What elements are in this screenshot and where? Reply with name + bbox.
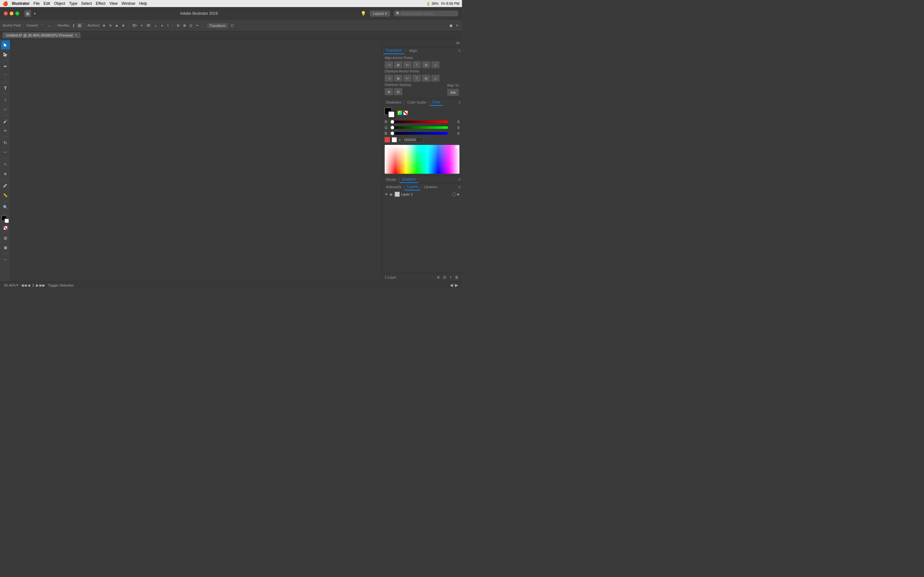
maximize-button[interactable] — [15, 11, 19, 15]
align-left-btn[interactable]: ⊣ — [384, 61, 393, 68]
tab-swatches[interactable]: Swatches — [383, 99, 404, 105]
distribute-extra-2[interactable]: ⊢ — [195, 23, 200, 28]
color-spectrum[interactable] — [384, 145, 459, 174]
direct-selection-tool[interactable] — [1, 50, 10, 59]
right-side-btn-2[interactable]: ≡ — [455, 23, 459, 28]
align-right-anchor[interactable]: ⌧ — [145, 23, 152, 28]
tab-transform[interactable]: Transform — [383, 47, 405, 54]
search-stock-input[interactable] — [394, 11, 458, 16]
panel-menu-btn-4[interactable]: ≡ — [458, 185, 461, 189]
align-bottom-anchor[interactable]: ⌇ — [166, 23, 170, 28]
align-top-btn[interactable]: ⊤ — [413, 61, 421, 68]
b-slider-thumb[interactable] — [391, 131, 394, 135]
layer-expand-icon[interactable]: ▶ — [390, 192, 393, 197]
white-quick-swatch[interactable] — [392, 137, 397, 142]
stroke-square[interactable] — [388, 111, 395, 118]
draw-mode-btn[interactable]: ▥ — [1, 234, 10, 242]
add-layer-btn[interactable]: + — [449, 274, 452, 280]
handles-btn-2[interactable]: ⊞ — [77, 23, 82, 28]
fill-stroke-indicator[interactable] — [384, 108, 395, 118]
dist-center-h-btn[interactable]: ⊞ — [394, 75, 402, 82]
next-page-btn[interactable]: ▶▶ — [39, 283, 45, 287]
layout-button[interactable]: Layout ▾ — [370, 11, 390, 17]
align-bottom-btn[interactable]: ⊥ — [431, 61, 439, 68]
convert-btn-2[interactable]: ⌓ — [47, 23, 52, 28]
zoom-dropdown[interactable]: ▾ — [16, 283, 18, 287]
pen-tool[interactable]: ✒ — [1, 62, 10, 71]
panel-menu-btn-1[interactable]: ≡ — [458, 48, 461, 53]
align-center-h-btn[interactable]: ⊞ — [394, 61, 402, 68]
gradient-swatch[interactable] — [397, 111, 402, 115]
transform-expand-btn[interactable]: ⬡ — [229, 23, 235, 29]
menu-help[interactable]: Help — [139, 1, 147, 6]
distribute-extra-1[interactable]: ⊡ — [188, 23, 194, 28]
app-name-menu[interactable]: Illustrator — [12, 1, 29, 6]
dist-right-btn[interactable]: ⊢ — [403, 75, 412, 82]
selection-tool[interactable] — [1, 40, 10, 49]
artboard-nav-btn[interactable]: ◀ — [450, 283, 453, 287]
align-top-anchor[interactable]: ⌅ — [153, 23, 158, 28]
minimize-button[interactable] — [10, 11, 13, 15]
panel-menu-btn-3[interactable]: ≡ — [458, 177, 461, 182]
dist-space-v-btn[interactable]: ⊟ — [394, 88, 402, 95]
fill-stroke-swatch[interactable] — [1, 215, 10, 224]
tab-close-icon[interactable]: ✕ — [75, 33, 78, 37]
none-swatch[interactable] — [403, 111, 408, 115]
align-to-btn[interactable]: ⊞⊞ — [447, 89, 459, 96]
align-center-h-anchor[interactable]: ≡ — [140, 23, 144, 28]
hex-input[interactable] — [403, 137, 423, 142]
panels-arrow[interactable]: ▾ — [32, 10, 37, 17]
align-right-btn[interactable]: ⊢ — [403, 61, 412, 68]
tab-align[interactable]: Align — [407, 47, 419, 54]
apple-menu[interactable]: 🍎 — [3, 1, 8, 6]
layer-visibility-icon[interactable]: 👁 — [384, 192, 388, 196]
shape-builder-tool[interactable]: ⊕ — [1, 169, 10, 178]
align-center-v-anchor[interactable]: ⌆ — [160, 23, 165, 28]
menu-file[interactable]: File — [33, 1, 39, 6]
prev-page-btn[interactable]: ◀◀ — [21, 283, 27, 287]
paintbrush-tool[interactable]: 🖌 — [1, 117, 10, 126]
anchors-btn-1[interactable]: ⊕ — [102, 23, 107, 28]
dist-left-btn[interactable]: ⊣ — [384, 75, 393, 82]
width-tool[interactable]: ⤡ — [1, 160, 10, 169]
prev-btn[interactable]: ◀ — [27, 283, 30, 287]
red-quick-swatch[interactable] — [384, 137, 390, 142]
next-btn[interactable]: ▶ — [36, 283, 39, 287]
tab-color-guide[interactable]: Color Guide — [405, 99, 429, 105]
r-slider-thumb[interactable] — [391, 120, 394, 124]
anchors-btn-4[interactable]: ⊗ — [121, 23, 126, 28]
artboard-tool[interactable]: ▦ — [1, 243, 10, 252]
delete-layer-btn[interactable]: 🗑 — [454, 274, 459, 280]
convert-btn-1[interactable]: ⌒ — [40, 23, 45, 29]
tab-layers[interactable]: Layers — [405, 183, 420, 190]
warp-tool[interactable]: 〰 — [1, 148, 10, 157]
more-tools-btn[interactable]: ··· — [1, 255, 10, 264]
menu-window[interactable]: Window — [121, 1, 136, 6]
lightbulb-icon[interactable]: 💡 — [360, 11, 366, 16]
anchors-btn-2[interactable]: ⊖ — [108, 23, 113, 28]
rotate-tool[interactable]: ↻ — [1, 138, 10, 147]
collapse-panel-btn[interactable]: ≫ — [455, 40, 461, 46]
document-tab[interactable]: Untitled-6* @ 26.46% (RGB/GPU Preview) ✕ — [3, 32, 81, 38]
measure-tool[interactable]: 📏 — [1, 191, 10, 200]
dist-space-h-btn[interactable]: ⊞ — [384, 88, 393, 95]
eyedropper-tool[interactable]: 💉 — [1, 181, 10, 190]
zoom-tool[interactable]: 🔍 — [1, 203, 10, 211]
create-sublayer-btn[interactable]: ⊕ — [436, 274, 441, 280]
rect-tool[interactable]: □ — [1, 105, 10, 114]
menu-effect[interactable]: Effect — [95, 1, 105, 6]
align-center-v-btn[interactable]: ⊟ — [422, 61, 430, 68]
align-left-anchor[interactable]: ⌦ — [131, 23, 138, 28]
anchors-btn-3[interactable]: ◈ — [114, 23, 120, 28]
layer-target-icon[interactable]: ◉ — [457, 193, 459, 196]
pencil-tool[interactable]: ✏ — [1, 126, 10, 135]
menu-type[interactable]: Type — [69, 1, 78, 6]
tab-color[interactable]: Color — [430, 99, 443, 106]
panel-menu-btn-2[interactable]: ≡ — [458, 100, 461, 105]
curvature-tool[interactable]: ⌒ — [1, 71, 10, 81]
close-button[interactable] — [4, 11, 8, 15]
distribute-h-anchor[interactable]: ⊟ — [176, 23, 181, 28]
menu-object[interactable]: Object — [54, 1, 65, 6]
make-clipping-btn[interactable]: ⊞ — [443, 274, 447, 280]
transform-button[interactable]: Transform — [207, 23, 228, 28]
